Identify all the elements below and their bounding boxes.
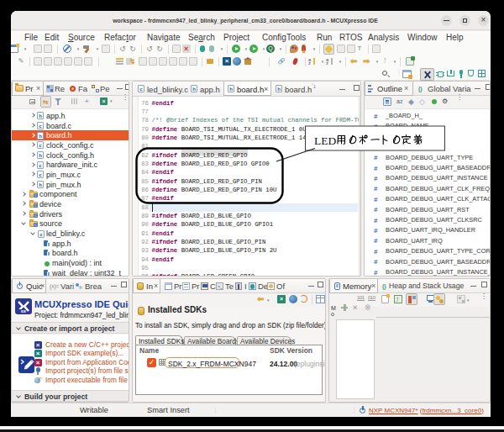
- svg-text:IDE: IDE: [21, 310, 27, 313]
